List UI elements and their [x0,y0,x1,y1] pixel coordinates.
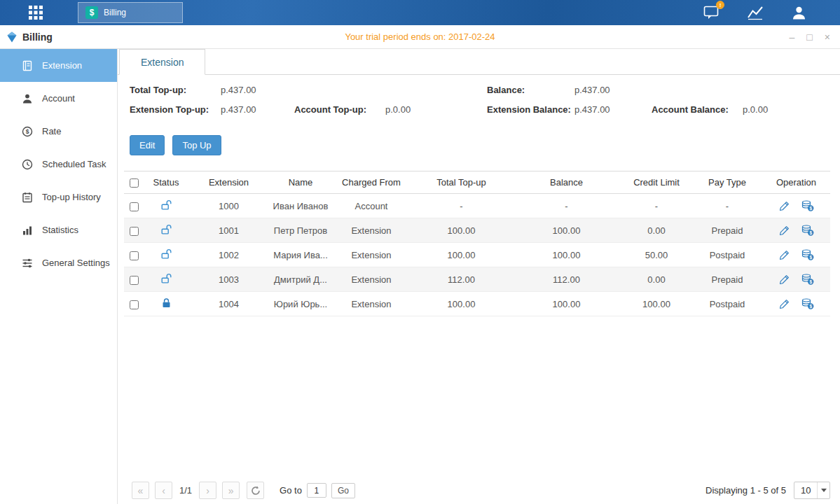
trial-notice: Your trial period ends on: 2017-02-24 [0,31,840,42]
line-chart-icon [747,5,764,20]
sidebar-item-statistics[interactable]: Statistics [0,214,117,246]
first-page-button[interactable]: « [132,482,149,499]
last-page-button[interactable]: » [222,482,240,499]
topbar-tab-billing[interactable]: $ Billing [78,2,183,23]
sidebar-item-extension[interactable]: Extension [0,49,117,82]
maximize-icon[interactable]: □ [806,32,812,42]
lock-status-icon[interactable] [160,202,172,213]
refresh-button[interactable] [247,482,264,499]
cell-pay-type: Prepaid [692,267,762,292]
pager-right-group: Displaying 1 - 5 of 5 10 [705,482,830,499]
header-charged-from: Charged From [332,172,411,194]
sidebar-item-topup-history[interactable]: Top-up History [0,181,117,214]
svg-text:$: $ [809,206,812,211]
lock-status-icon[interactable] [160,251,172,262]
edit-pencil-icon[interactable] [779,201,790,211]
topbar-tray: ! [703,4,840,22]
select-all-checkbox[interactable] [130,178,139,188]
total-topup-value: p.437.00 [221,85,294,95]
header-name: Name [269,172,332,194]
goto-page-input[interactable] [307,483,326,498]
row-checkbox[interactable] [130,227,139,236]
lock-status-icon[interactable] [160,300,172,311]
notifications-icon[interactable]: ! [703,4,721,22]
resource-monitor-icon[interactable] [746,4,764,22]
prev-page-button[interactable]: ‹ [155,482,172,499]
billing-summary: Total Top-up: p.437.00 Balance: p.437.00… [130,85,830,124]
summary-row: Extension Top-up: p.437.00 Account Top-u… [130,104,830,115]
next-page-button[interactable]: › [199,482,216,499]
cell-status [144,194,188,218]
cell-name: Мария Ива... [269,243,332,267]
edit-pencil-icon[interactable] [779,299,790,309]
go-button[interactable]: Go [331,483,355,498]
header-status: Status [144,172,188,194]
edit-pencil-icon[interactable] [779,250,790,260]
row-select-cell [124,194,144,218]
table-row: 1001 Петр Петров Extension 100.00 100.00… [124,218,830,243]
tab-extension[interactable]: Extension [119,49,205,75]
sidebar-item-label: Statistics [42,225,78,235]
calendar-list-icon [21,191,33,203]
svg-text:$: $ [809,255,812,260]
cell-extension: 1001 [188,218,269,243]
cell-credit-limit: 0.00 [621,218,692,243]
minimize-icon[interactable]: – [790,32,795,42]
sidebar-item-rate[interactable]: $ Rate [0,115,117,148]
close-icon[interactable]: × [825,32,830,42]
page-size-select[interactable]: 10 [794,482,830,499]
top-up-coins-icon[interactable]: $ [801,298,814,309]
header-balance: Balance [512,172,621,194]
window-titlebar: Billing Your trial period ends on: 2017-… [0,25,840,49]
row-checkbox[interactable] [130,251,139,260]
header-operation: Operation [762,172,830,194]
window-body: Extension Account $ Rate Scheduled Task [0,49,840,504]
sidebar-item-scheduled-task[interactable]: Scheduled Task [0,148,117,181]
sidebar-item-account[interactable]: Account [0,82,117,115]
person-icon [21,92,33,104]
sidebar-item-general-settings[interactable]: General Settings [0,246,117,279]
svg-text:$: $ [809,230,812,236]
desktop-topbar: $ Billing ! [0,0,840,25]
cell-status [144,218,188,243]
top-up-coins-icon[interactable]: $ [801,225,814,236]
billing-dollar-icon: $ [85,6,98,19]
header-extension: Extension [188,172,269,194]
edit-pencil-icon[interactable] [779,225,790,236]
billing-logo-icon [6,31,18,43]
row-checkbox[interactable] [130,202,139,211]
top-up-coins-icon[interactable]: $ [801,274,814,285]
top-up-coins-icon[interactable]: $ [801,249,814,260]
cell-name: Иван Иванов [269,194,332,218]
cell-pay-type: Postpaid [692,292,762,316]
edit-button[interactable]: Edit [130,135,165,155]
apps-grid-icon[interactable] [27,4,45,22]
action-buttons: Edit Top Up [130,135,840,155]
cell-name: Дмитрий Д... [269,267,332,292]
table-row: 1000 Иван Иванов Account - - - - $ [124,194,830,218]
top-up-button[interactable]: Top Up [172,135,221,155]
window-controls: – □ × [790,32,840,42]
sidebar-item-label: Top-up History [42,192,101,202]
lock-status-icon[interactable] [160,227,172,237]
cell-extension: 1000 [188,194,269,218]
notification-badge: ! [716,1,724,9]
cell-balance: 100.00 [512,292,621,316]
top-up-coins-icon[interactable]: $ [801,200,814,211]
row-checkbox[interactable] [130,276,139,285]
cell-name: Юрий Юрь... [269,292,332,316]
cell-extension: 1004 [188,292,269,316]
cell-pay-type: - [692,194,762,218]
displaying-text: Displaying 1 - 5 of 5 [705,485,786,496]
user-account-icon[interactable] [790,4,808,22]
row-select-cell [124,243,144,267]
total-topup-label: Total Top-up: [130,85,221,95]
edit-pencil-icon[interactable] [779,274,790,285]
row-select-cell [124,292,144,316]
lock-status-icon[interactable] [160,276,172,286]
row-checkbox[interactable] [130,300,139,309]
cell-operation: $ [762,218,830,243]
row-select-cell [124,267,144,292]
account-topup-value: p.0.00 [385,104,487,115]
cell-charged-from: Extension [332,267,411,292]
